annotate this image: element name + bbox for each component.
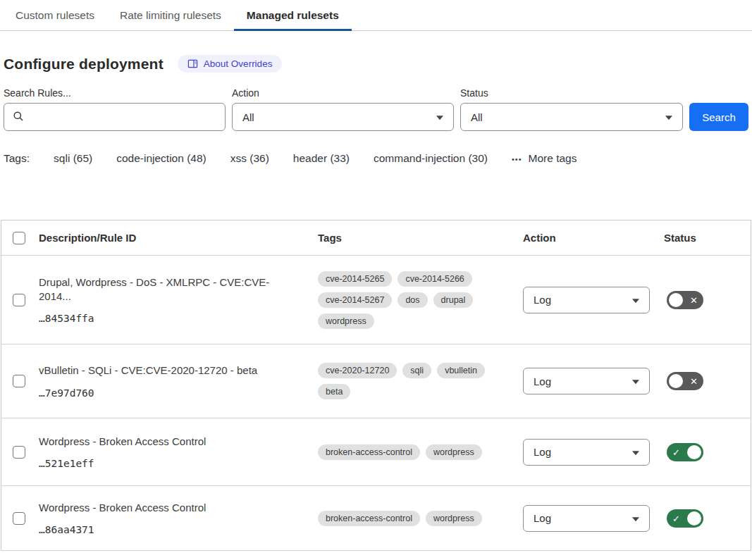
tab-managed-rulesets[interactable]: Managed rulesets	[234, 0, 352, 30]
tags-bar-label: Tags:	[4, 152, 30, 165]
tag-pill: drupal	[433, 292, 474, 308]
toggle-knob	[687, 511, 701, 525]
tag-pill: cve-2020-12720	[318, 363, 397, 378]
rule-id: …7e97d760	[39, 387, 301, 399]
row-checkbox[interactable]	[13, 375, 25, 387]
table-row: Wordpress - Broken Access Control …86aa4…	[1, 486, 751, 551]
search-icon	[13, 111, 24, 124]
tag-link-xss[interactable]: xss (36)	[230, 152, 269, 165]
ruleset-tabs: Custom rulesets Rate limiting rulesets M…	[0, 0, 752, 31]
status-filter-group: Status All	[460, 87, 683, 131]
tab-custom-rulesets[interactable]: Custom rulesets	[3, 0, 107, 30]
chevron-down-icon	[436, 116, 443, 120]
managed-rules-table: Description/Rule ID Tags Action Status D…	[1, 220, 751, 551]
status-filter-value: All	[471, 111, 483, 123]
filters-row: Search Rules... Action All Status All Se…	[4, 87, 748, 131]
tag-pill: broken-access-control	[318, 511, 420, 526]
toggle-knob	[669, 293, 683, 307]
column-header-tags: Tags	[318, 232, 523, 244]
chevron-down-icon	[632, 517, 639, 521]
rule-title: Wordpress - Broken Access Control	[39, 435, 301, 449]
toggle-knob	[687, 445, 701, 459]
rule-title: Drupal, Wordpress - DoS - XMLRPC - CVE:C…	[39, 275, 301, 304]
page-title: Configure deployment	[4, 56, 164, 73]
toggle-state-icon	[690, 377, 698, 386]
tag-pill: broken-access-control	[318, 444, 420, 460]
select-all-checkbox[interactable]	[13, 232, 25, 244]
column-header-action: Action	[523, 232, 664, 244]
rule-title: Wordpress - Broken Access Control	[39, 501, 301, 515]
tag-pill: cve-2014-5265	[318, 271, 392, 287]
chevron-down-icon	[632, 380, 639, 384]
table-row: Wordpress - Broken Access Control …521e1…	[1, 418, 751, 486]
about-overrides-label: About Overrides	[204, 58, 273, 69]
tag-pill: dos	[397, 292, 427, 308]
status-toggle[interactable]	[667, 291, 703, 309]
about-overrides-link[interactable]: About Overrides	[178, 55, 283, 73]
book-icon	[187, 58, 198, 69]
column-header-status: Status	[664, 232, 751, 244]
rule-tags: cve-2020-12720 sqli vbulletin beta	[318, 353, 523, 409]
rule-tags: broken-access-control wordpress	[318, 501, 523, 536]
row-action-value: Log	[534, 294, 551, 306]
action-filter-group: Action All	[232, 87, 454, 131]
more-tags-button[interactable]: ••• More tags	[512, 152, 577, 165]
rule-title: vBulletin - SQLi - CVE:CVE-2020-12720 - …	[39, 363, 301, 378]
row-checkbox[interactable]	[13, 294, 25, 306]
action-filter-select[interactable]: All	[232, 103, 454, 131]
chevron-down-icon	[665, 116, 672, 120]
chevron-down-icon	[632, 299, 639, 303]
rule-id: …521e1eff	[39, 458, 301, 469]
tag-pill: wordpress	[426, 444, 482, 460]
action-filter-value: All	[242, 111, 254, 123]
tag-pill: cve-2014-5267	[318, 292, 392, 308]
tag-pill: wordpress	[426, 511, 482, 526]
search-rules-label: Search Rules...	[4, 87, 226, 99]
tag-pill: beta	[318, 384, 350, 399]
search-button[interactable]: Search	[689, 103, 748, 131]
tag-link-command-injection[interactable]: command-injection (30)	[374, 152, 488, 165]
tag-link-code-injection[interactable]: code-injection (48)	[116, 152, 207, 165]
row-checkbox[interactable]	[13, 512, 25, 525]
tab-rate-limiting-rulesets[interactable]: Rate limiting rulesets	[107, 0, 234, 30]
rule-id: …84534ffa	[39, 313, 301, 324]
chevron-down-icon	[632, 451, 639, 455]
toggle-state-icon	[672, 447, 680, 456]
status-filter-select[interactable]: All	[460, 103, 683, 131]
row-action-value: Log	[534, 512, 551, 524]
toggle-state-icon	[690, 295, 698, 304]
search-rules-group: Search Rules...	[4, 87, 226, 131]
status-toggle[interactable]	[667, 372, 703, 390]
table-row: Drupal, Wordpress - DoS - XMLRPC - CVE:C…	[1, 256, 751, 344]
tag-link-header[interactable]: header (33)	[293, 152, 350, 165]
action-filter-label: Action	[232, 87, 454, 99]
row-action-value: Log	[534, 446, 551, 458]
row-action-value: Log	[534, 375, 551, 387]
status-filter-label: Status	[460, 87, 683, 99]
column-header-description: Description/Rule ID	[39, 232, 318, 244]
search-rules-input[interactable]	[30, 104, 225, 130]
heading-row: Configure deployment About Overrides	[4, 55, 752, 73]
tag-pill: cve-2014-5266	[397, 271, 471, 287]
tag-pill: vbulletin	[437, 363, 485, 378]
ellipsis-icon: •••	[512, 155, 522, 163]
rule-id: …86aa4371	[39, 524, 301, 535]
tag-pill: wordpress	[318, 313, 374, 329]
tag-pill: sqli	[402, 363, 431, 378]
status-toggle[interactable]	[667, 443, 703, 461]
row-action-select[interactable]: Log	[523, 439, 650, 466]
rule-tags: broken-access-control wordpress	[318, 435, 523, 470]
row-action-select[interactable]: Log	[523, 505, 650, 532]
table-header-row: Description/Rule ID Tags Action Status	[1, 220, 751, 256]
row-action-select[interactable]: Log	[523, 368, 650, 394]
row-action-select[interactable]: Log	[523, 287, 650, 313]
toggle-state-icon	[672, 514, 680, 523]
rule-tags: cve-2014-5265 cve-2014-5266 cve-2014-526…	[318, 261, 523, 339]
tags-bar: Tags: sqli (65) code-injection (48) xss …	[4, 152, 752, 165]
tag-link-sqli[interactable]: sqli (65)	[54, 152, 92, 165]
status-toggle[interactable]	[667, 509, 703, 528]
table-row: vBulletin - SQLi - CVE:CVE-2020-12720 - …	[1, 344, 751, 418]
search-rules-box	[4, 103, 226, 131]
toggle-knob	[669, 374, 683, 388]
row-checkbox[interactable]	[13, 446, 25, 459]
